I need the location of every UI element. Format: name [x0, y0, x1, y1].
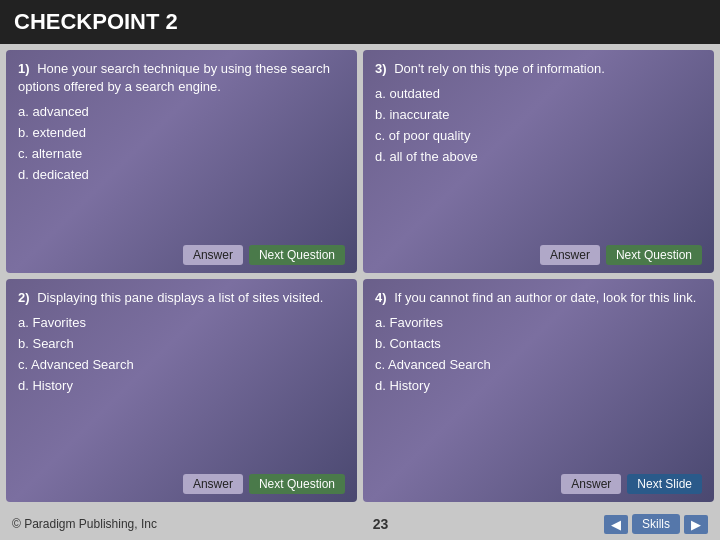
list-item: d. History	[375, 376, 702, 397]
q1-answer-button[interactable]: Answer	[183, 245, 243, 265]
q2-next-button[interactable]: Next Question	[249, 474, 345, 494]
q2-opt-c: Advanced Search	[31, 357, 134, 372]
q4-body: If you cannot find an author or date, lo…	[394, 290, 696, 305]
q4-next-button[interactable]: Next Slide	[627, 474, 702, 494]
q3-text: 3) Don't rely on this type of informatio…	[375, 60, 702, 78]
q2-answer-button[interactable]: Answer	[183, 474, 243, 494]
q2-opt-a: Favorites	[32, 315, 85, 330]
copyright: © Paradigm Publishing, Inc	[12, 517, 157, 531]
page-number: 23	[373, 516, 389, 532]
card-q2: 2) Displaying this pane displays a list …	[6, 279, 357, 502]
q1-number: 1)	[18, 61, 30, 76]
list-item: b. Contacts	[375, 334, 702, 355]
list-item: a. Favorites	[18, 313, 345, 334]
q4-opt-a: Favorites	[389, 315, 442, 330]
list-item: d. dedicated	[18, 165, 345, 186]
q3-number: 3)	[375, 61, 387, 76]
nav-next-button[interactable]: ▶	[684, 515, 708, 534]
q2-body: Displaying this pane displays a list of …	[37, 290, 323, 305]
header: CHECKPOINT 2	[0, 0, 720, 44]
q4-answer-button[interactable]: Answer	[561, 474, 621, 494]
q1-opt-b: extended	[32, 125, 86, 140]
list-item: c. Advanced Search	[18, 355, 345, 376]
list-item: a. Favorites	[375, 313, 702, 334]
nav-prev-button[interactable]: ◀	[604, 515, 628, 534]
q3-opt-d: all of the above	[389, 149, 477, 164]
q1-footer: Answer Next Question	[18, 245, 345, 265]
q2-options: a. Favorites b. Search c. Advanced Searc…	[18, 313, 345, 468]
q4-footer: Answer Next Slide	[375, 474, 702, 494]
q3-opt-b: inaccurate	[389, 107, 449, 122]
q1-opt-d: dedicated	[32, 167, 88, 182]
list-item: a. outdated	[375, 84, 702, 105]
q1-next-button[interactable]: Next Question	[249, 245, 345, 265]
list-item: d. History	[18, 376, 345, 397]
q4-opt-d: History	[389, 378, 429, 393]
footer-nav: ◀ Skills ▶	[604, 514, 708, 534]
q1-options: a. advanced b. extended c. alternate d. …	[18, 102, 345, 239]
q1-opt-c: alternate	[32, 146, 83, 161]
q2-opt-d: History	[32, 378, 72, 393]
q3-next-button[interactable]: Next Question	[606, 245, 702, 265]
skills-button[interactable]: Skills	[632, 514, 680, 534]
q3-options: a. outdated b. inaccurate c. of poor qua…	[375, 84, 702, 239]
card-q4: 4) If you cannot find an author or date,…	[363, 279, 714, 502]
q4-options: a. Favorites b. Contacts c. Advanced Sea…	[375, 313, 702, 468]
list-item: b. extended	[18, 123, 345, 144]
q3-footer: Answer Next Question	[375, 245, 702, 265]
q1-opt-a: advanced	[32, 104, 88, 119]
list-item: c. of poor quality	[375, 126, 702, 147]
q4-text: 4) If you cannot find an author or date,…	[375, 289, 702, 307]
q2-opt-b: Search	[32, 336, 73, 351]
q2-text: 2) Displaying this pane displays a list …	[18, 289, 345, 307]
q1-text: 1) Hone your search technique by using t…	[18, 60, 345, 96]
footer: © Paradigm Publishing, Inc 23 ◀ Skills ▶	[0, 508, 720, 540]
q2-number: 2)	[18, 290, 30, 305]
card-q1: 1) Hone your search technique by using t…	[6, 50, 357, 273]
questions-grid: 1) Hone your search technique by using t…	[0, 44, 720, 508]
q3-opt-a: outdated	[389, 86, 440, 101]
q3-opt-c: of poor quality	[389, 128, 471, 143]
q3-body: Don't rely on this type of information.	[394, 61, 605, 76]
list-item: b. inaccurate	[375, 105, 702, 126]
q1-body: Hone your search technique by using thes…	[18, 61, 330, 94]
q3-answer-button[interactable]: Answer	[540, 245, 600, 265]
list-item: c. alternate	[18, 144, 345, 165]
header-title: CHECKPOINT 2	[14, 9, 178, 35]
q2-footer: Answer Next Question	[18, 474, 345, 494]
q4-opt-b: Contacts	[389, 336, 440, 351]
q4-number: 4)	[375, 290, 387, 305]
list-item: c. Advanced Search	[375, 355, 702, 376]
list-item: a. advanced	[18, 102, 345, 123]
list-item: d. all of the above	[375, 147, 702, 168]
card-q3: 3) Don't rely on this type of informatio…	[363, 50, 714, 273]
q4-opt-c: Advanced Search	[388, 357, 491, 372]
list-item: b. Search	[18, 334, 345, 355]
